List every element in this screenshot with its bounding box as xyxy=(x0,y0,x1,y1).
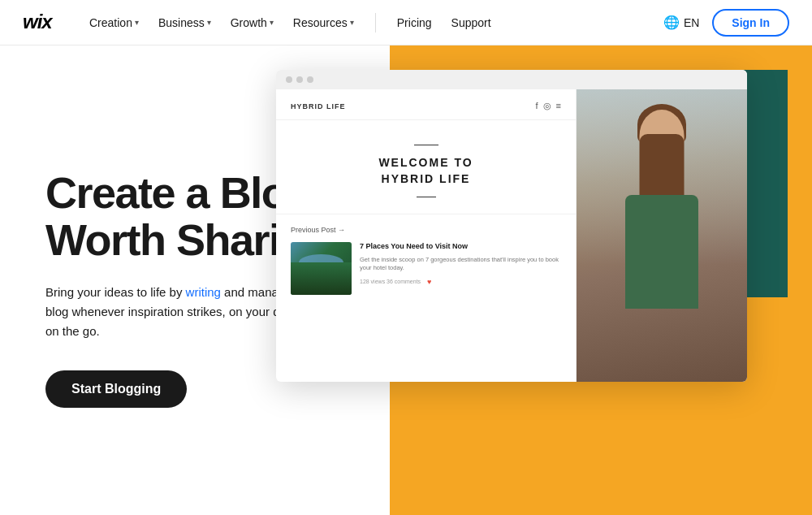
welcome-line-bottom xyxy=(417,197,436,197)
language-selector[interactable]: 🌐 EN xyxy=(663,15,699,30)
main-content: Create a Blog Worth Sharing Bring your i… xyxy=(0,45,812,515)
facebook-icon: f xyxy=(536,101,538,111)
blog-post-stats: 128 views 36 comments xyxy=(360,279,421,284)
svg-text:wix: wix xyxy=(23,12,54,30)
chevron-down-icon: ▾ xyxy=(350,18,354,27)
browser-dot-3 xyxy=(307,76,313,83)
menu-icon: ≡ xyxy=(556,101,561,111)
hero-right-section: HYBRID LIFE f ◎ ≡ WELCOME TOHYBRID LIFE xyxy=(390,45,812,515)
instagram-icon: ◎ xyxy=(543,101,551,111)
blog-post-thumbnail xyxy=(291,242,352,295)
browser-dot-2 xyxy=(296,76,303,83)
nav-item-pricing[interactable]: Pricing xyxy=(389,11,440,34)
navigation: wix Creation ▾ Business ▾ Growth ▾ Resou… xyxy=(0,0,812,45)
nav-right: 🌐 EN Sign In xyxy=(663,9,789,37)
logo[interactable]: wix xyxy=(23,10,57,36)
browser-dot-1 xyxy=(286,76,292,83)
blog-site-name: HYBRID LIFE xyxy=(291,102,346,110)
blog-post-meta: 128 views 36 comments ♥ xyxy=(360,278,561,286)
nav-item-creation[interactable]: Creation ▾ xyxy=(81,11,147,34)
blog-post-info: 7 Places You Need to Visit Now Get the i… xyxy=(360,242,561,295)
browser-content: HYBRID LIFE f ◎ ≡ WELCOME TOHYBRID LIFE xyxy=(276,89,747,382)
blog-post-card: 7 Places You Need to Visit Now Get the i… xyxy=(291,242,561,295)
start-blogging-button[interactable]: Start Blogging xyxy=(45,370,187,408)
nav-divider xyxy=(375,13,376,32)
blog-left-panel: HYBRID LIFE f ◎ ≡ WELCOME TOHYBRID LIFE xyxy=(276,89,577,382)
nav-items: Creation ▾ Business ▾ Growth ▾ Resources… xyxy=(81,11,663,34)
sign-in-button[interactable]: Sign In xyxy=(712,9,789,37)
previous-post-label: Previous Post → xyxy=(291,226,561,234)
blog-hero-section: WELCOME TOHYBRID LIFE xyxy=(276,120,576,214)
blog-post-excerpt: Get the inside scoop on 7 gorgeous desti… xyxy=(360,256,561,273)
blog-preview-window: HYBRID LIFE f ◎ ≡ WELCOME TOHYBRID LIFE xyxy=(276,70,747,382)
welcome-line-top xyxy=(414,145,438,145)
nav-item-support[interactable]: Support xyxy=(443,11,499,34)
blog-posts-section: Previous Post → 7 Places You Need to Vis… xyxy=(276,214,576,306)
nav-item-growth[interactable]: Growth ▾ xyxy=(222,11,282,34)
blog-post-title: 7 Places You Need to Visit Now xyxy=(360,242,561,252)
person-body xyxy=(625,195,698,309)
person-photo xyxy=(577,89,747,382)
heart-icon: ♥ xyxy=(427,278,431,286)
nav-item-resources[interactable]: Resources ▾ xyxy=(285,11,362,34)
globe-icon: 🌐 xyxy=(663,15,680,30)
chevron-down-icon: ▾ xyxy=(135,18,139,27)
blog-welcome-title: WELCOME TOHYBRID LIFE xyxy=(291,155,561,187)
blog-right-photo xyxy=(577,89,747,382)
chevron-down-icon: ▾ xyxy=(270,18,274,27)
browser-bar xyxy=(276,70,747,89)
chevron-down-icon: ▾ xyxy=(207,18,211,27)
highlight-text: writing xyxy=(186,285,221,299)
nav-item-business[interactable]: Business ▾ xyxy=(150,11,219,34)
blog-social-icons: f ◎ ≡ xyxy=(536,101,561,111)
blog-header: HYBRID LIFE f ◎ ≡ xyxy=(276,89,576,120)
thumbnail-mountain xyxy=(291,262,352,295)
